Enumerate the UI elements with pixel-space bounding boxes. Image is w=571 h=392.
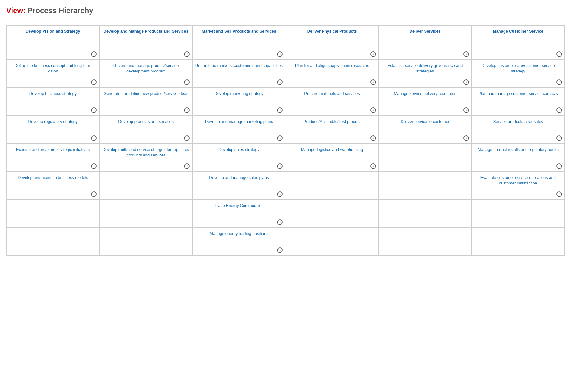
info-icon-r5-c6[interactable]: i bbox=[474, 191, 562, 197]
header-cell-col6[interactable]: Manage Customer Service i bbox=[472, 26, 565, 60]
sub-cell-r5-c3[interactable]: Develop and manage sales plans i bbox=[193, 172, 286, 200]
header-cell-col4[interactable]: Deliver Physical Products i bbox=[286, 26, 378, 60]
empty-cell-r6-c5 bbox=[379, 200, 472, 228]
sub-cell-r1-c5[interactable]: Establish service delivery governance an… bbox=[379, 60, 472, 88]
sub-cell-r3-c4[interactable]: Produce/Assemble/Test product i bbox=[286, 116, 378, 144]
sub-cell-r2-c5[interactable]: Manage service delivery resources i bbox=[379, 88, 472, 116]
info-icon-r3-c6[interactable]: i bbox=[474, 135, 562, 141]
title-text: Process Hierarchy bbox=[28, 6, 93, 15]
cell-text: Procure materials and services bbox=[288, 91, 376, 105]
sub-cell-r1-c1[interactable]: Define the business concept and long-ter… bbox=[7, 60, 100, 88]
cell-text: Develop and manage sales plans bbox=[195, 175, 283, 189]
cell-text: Manage service delivery resources bbox=[381, 91, 469, 105]
sub-cell-r2-c4[interactable]: Procure materials and services i bbox=[286, 88, 378, 116]
sub-cell-r3-c1[interactable]: Develop regulatory strategy i bbox=[7, 116, 100, 144]
info-icon-r5-c1[interactable]: i bbox=[9, 191, 97, 197]
cell-text: Generate and define new product/service … bbox=[102, 91, 190, 105]
cell-text: Develop tariffs and service charges for … bbox=[102, 147, 190, 161]
info-icon-header-1[interactable]: i bbox=[9, 51, 97, 57]
cell-text: Define the business concept and long-ter… bbox=[9, 63, 97, 77]
empty-cell-r7-c5 bbox=[379, 228, 472, 256]
empty-cell-r5-c5 bbox=[379, 172, 472, 200]
sub-cell-r1-c6[interactable]: Develop customer care/customer service s… bbox=[472, 60, 565, 88]
empty-cell-r6-c4 bbox=[286, 200, 378, 228]
info-icon-header-5[interactable]: i bbox=[381, 51, 469, 57]
info-icon-r3-c2[interactable]: i bbox=[102, 135, 190, 141]
info-icon-r1-c3[interactable]: i bbox=[195, 79, 283, 85]
sub-cell-r1-c3[interactable]: Understand markets, customers, and capab… bbox=[193, 60, 286, 88]
info-icon-r4-c3[interactable]: i bbox=[195, 163, 283, 169]
cell-text: Establish service delivery governance an… bbox=[381, 63, 469, 77]
sub-cell-r4-c3[interactable]: Develop sales strategy i bbox=[193, 144, 286, 172]
sub-cell-r3-c3[interactable]: Develop and manage marketing plans i bbox=[193, 116, 286, 144]
sub-cell-r5-c1[interactable]: Develop and maintain business models i bbox=[7, 172, 100, 200]
sub-cell-r6-c3[interactable]: Trade Energy Commodities i bbox=[193, 200, 286, 228]
info-icon-r4-c6[interactable]: i bbox=[474, 163, 562, 169]
info-icon-r4-c2[interactable]: i bbox=[102, 163, 190, 169]
info-icon-r3-c4[interactable]: i bbox=[288, 135, 376, 141]
info-icon-r7-c3[interactable]: i bbox=[195, 247, 283, 253]
info-icon-r2-c2[interactable]: i bbox=[102, 107, 190, 113]
info-icon-r2-c4[interactable]: i bbox=[288, 107, 376, 113]
info-icon-header-4[interactable]: i bbox=[288, 51, 376, 57]
sub-cell-r4-c1[interactable]: Execute and measure strategic initiative… bbox=[7, 144, 100, 172]
cell-text: Produce/Assemble/Test product bbox=[288, 119, 376, 133]
info-icon-r2-c1[interactable]: i bbox=[9, 107, 97, 113]
info-icon-r1-c5[interactable]: i bbox=[381, 79, 469, 85]
header-cell-col1[interactable]: Develop Vision and Strategy i bbox=[7, 26, 100, 60]
info-icon-r4-c1[interactable]: i bbox=[9, 163, 97, 169]
sub-cell-r4-c6[interactable]: Manage product recalls and regulatory au… bbox=[472, 144, 565, 172]
info-icon-r2-c3[interactable]: i bbox=[195, 107, 283, 113]
info-icon-header-6[interactable]: i bbox=[474, 51, 562, 57]
cell-text: Develop business strategy bbox=[9, 91, 97, 105]
page-divider bbox=[6, 20, 565, 20]
header-cell-col5[interactable]: Deliver Services i bbox=[379, 26, 472, 60]
empty-cell-r5-c2 bbox=[100, 172, 193, 200]
sub-cell-r3-c2[interactable]: Develop products and services i bbox=[100, 116, 193, 144]
info-icon-r1-c1[interactable]: i bbox=[9, 79, 97, 85]
sub-cell-r7-c3[interactable]: Manage energy trading positions i bbox=[193, 228, 286, 256]
info-icon-r6-c3[interactable]: i bbox=[195, 219, 283, 225]
info-icon-header-2[interactable]: i bbox=[102, 51, 190, 57]
process-hierarchy-grid: Develop Vision and Strategy i Develop an… bbox=[6, 25, 565, 256]
sub-cell-r2-c2[interactable]: Generate and define new product/service … bbox=[100, 88, 193, 116]
info-icon-header-3[interactable]: i bbox=[195, 51, 283, 57]
page-title: View: Process Hierarchy bbox=[6, 6, 565, 15]
info-icon-r5-c3[interactable]: i bbox=[195, 191, 283, 197]
info-icon-r2-c6[interactable]: i bbox=[474, 107, 562, 113]
cell-text: Develop regulatory strategy bbox=[9, 119, 97, 133]
empty-cell-r7-c6 bbox=[472, 228, 565, 256]
sub-cell-r3-c6[interactable]: Service products after sales i bbox=[472, 116, 565, 144]
empty-cell-r5-c4 bbox=[286, 172, 378, 200]
info-icon-r2-c5[interactable]: i bbox=[381, 107, 469, 113]
sub-cell-r2-c1[interactable]: Develop business strategy i bbox=[7, 88, 100, 116]
info-icon-r3-c5[interactable]: i bbox=[381, 135, 469, 141]
cell-text: Develop marketing strategy bbox=[195, 91, 283, 105]
sub-cell-r2-c3[interactable]: Develop marketing strategy i bbox=[193, 88, 286, 116]
sub-cell-r4-c2[interactable]: Develop tariffs and service charges for … bbox=[100, 144, 193, 172]
view-label: View: bbox=[6, 6, 26, 15]
header-cell-col3[interactable]: Market and Sell Products and Services i bbox=[193, 26, 286, 60]
empty-cell-r7-c2 bbox=[100, 228, 193, 256]
cell-text: Develop sales strategy bbox=[195, 147, 283, 161]
sub-cell-r2-c6[interactable]: Plan and manage customer service contact… bbox=[472, 88, 565, 116]
cell-text: Execute and measure strategic initiative… bbox=[9, 147, 97, 161]
sub-cell-r1-c2[interactable]: Govern and manage product/service develo… bbox=[100, 60, 193, 88]
sub-cell-r4-c4[interactable]: Manage logistics and warehousing i bbox=[286, 144, 378, 172]
header-cell-text: Develop Vision and Strategy bbox=[9, 29, 97, 49]
header-cell-text: Manage Customer Service bbox=[474, 29, 562, 49]
header-cell-col2[interactable]: Develop and Manage Products and Services… bbox=[100, 26, 193, 60]
info-icon-r1-c6[interactable]: i bbox=[474, 79, 562, 85]
empty-cell-r6-c1 bbox=[7, 200, 100, 228]
info-icon-r3-c3[interactable]: i bbox=[195, 135, 283, 141]
sub-cell-r1-c4[interactable]: Plan for and align supply chain resource… bbox=[286, 60, 378, 88]
cell-text: Evaluate customer service operations and… bbox=[474, 175, 562, 189]
info-icon-r3-c1[interactable]: i bbox=[9, 135, 97, 141]
info-icon-r4-c4[interactable]: i bbox=[288, 163, 376, 169]
empty-cell-r6-c6 bbox=[472, 200, 565, 228]
sub-cell-r3-c5[interactable]: Deliver service to customer i bbox=[379, 116, 472, 144]
cell-text: Manage logistics and warehousing bbox=[288, 147, 376, 161]
info-icon-r1-c2[interactable]: i bbox=[102, 79, 190, 85]
info-icon-r1-c4[interactable]: i bbox=[288, 79, 376, 85]
sub-cell-r5-c6[interactable]: Evaluate customer service operations and… bbox=[472, 172, 565, 200]
